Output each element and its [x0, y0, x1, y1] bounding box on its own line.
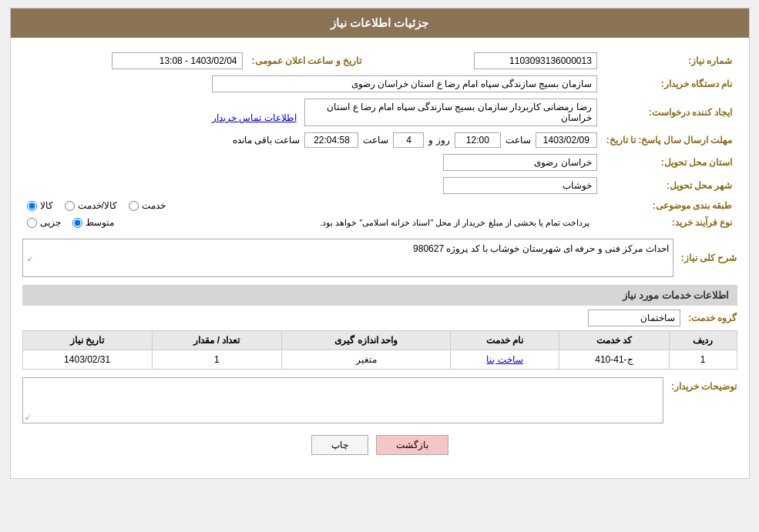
deadline-time2-field: 22:04:58	[304, 132, 358, 148]
page-header: جزئیات اطلاعات نیاز	[11, 8, 749, 38]
buyer-desc-row: توضیحات خریدار:	[22, 377, 737, 423]
deadline-days-label: روز و	[428, 135, 449, 146]
process-jozi-label: جزیی	[40, 217, 61, 228]
creator-label: ایجاد کننده درخواست:	[602, 95, 737, 129]
province-field: خراسان رضوی	[443, 154, 597, 171]
col-qty: تعداد / مقدار	[152, 331, 281, 350]
process-note: پرداخت تمام یا بخشی از مبلغ خریدار از مح…	[126, 218, 597, 228]
need-number-field: 1103093136000013	[474, 52, 597, 69]
buyer-desc-label: توضیحات خریدار:	[671, 377, 737, 392]
creator-value: رضا رمضانی کاربردار سازمان بسیج سازندگی …	[22, 95, 602, 129]
page-container: جزئیات اطلاعات نیاز شماره نیاز: 11030931…	[10, 8, 750, 479]
category-khedmat-label: خدمت	[142, 200, 166, 211]
deadline-date-field: 1403/02/09	[536, 132, 597, 148]
category-radio-kala-khedmat[interactable]: کالا/خدمت	[65, 200, 117, 211]
cell-date: 1403/02/31	[22, 350, 152, 370]
province-label: استان محل تحویل:	[602, 151, 737, 174]
buyer-desc-field	[22, 377, 664, 423]
category-kala-khedmat-label: کالا/خدمت	[78, 200, 117, 211]
deadline-row-cell: 1403/02/09 ساعت 12:00 روز و 4 ساعت 22:04…	[22, 129, 602, 151]
buyer-org-value: سازمان بسیج سازندگی سپاه امام رضا ع استا…	[22, 72, 602, 95]
need-desc-field: احداث مرکز فنی و حرفه ای شهرستان خوشاب ب…	[22, 239, 673, 277]
category-khedmat-radio[interactable]	[129, 201, 139, 211]
category-radio-khedmat[interactable]: خدمت	[129, 200, 166, 211]
col-code: کد خدمت	[559, 331, 669, 350]
category-label: طبقه بندی موضوعی:	[602, 197, 737, 214]
category-kala-khedmat-radio[interactable]	[65, 201, 75, 211]
cell-unit: متغیر	[281, 350, 450, 370]
need-number-value: 1103093136000013	[389, 49, 602, 72]
deadline-time2-label: ساعت	[363, 135, 388, 146]
deadline-days-field: 4	[393, 132, 424, 148]
need-desc-value: احداث مرکز فنی و حرفه ای شهرستان خوشاب ب…	[413, 243, 669, 254]
deadline-label: مهلت ارسال سال پاسخ: تا تاریخ:	[602, 129, 737, 151]
deadline-time-field: 12:00	[455, 132, 501, 148]
creator-field: رضا رمضانی کاربردار سازمان بسیج سازندگی …	[304, 99, 597, 126]
city-value: خوشاب	[22, 174, 602, 197]
content-area: شماره نیاز: 1103093136000013 تاریخ و ساع…	[11, 38, 749, 478]
category-options: خدمت کالا/خدمت کالا	[22, 197, 602, 214]
buyer-org-label: نام دستگاه خریدار:	[602, 72, 737, 95]
cell-qty: 1	[152, 350, 281, 370]
need-number-label: شماره نیاز:	[602, 49, 737, 72]
deadline-time-label: ساعت	[505, 135, 531, 146]
info-table: شماره نیاز: 1103093136000013 تاریخ و ساع…	[22, 49, 737, 231]
buyer-org-field: سازمان بسیج سازندگی سپاه امام رضا ع استا…	[212, 75, 597, 92]
group-value: ساختمان	[588, 309, 680, 326]
process-radio-motaset[interactable]: متوسط	[72, 217, 114, 228]
announce-field: 1403/02/04 - 13:08	[112, 52, 243, 69]
print-button[interactable]: چاپ	[311, 435, 368, 455]
buttons-row: بازگشت چاپ	[22, 435, 737, 455]
cell-name: ساخت بنا	[451, 350, 559, 370]
cell-row: 1	[669, 350, 737, 370]
back-button[interactable]: بازگشت	[376, 435, 448, 455]
process-motaset-radio[interactable]	[72, 218, 82, 228]
deadline-row: 1403/02/09 ساعت 12:00 روز و 4 ساعت 22:04…	[27, 132, 597, 148]
process-motaset-label: متوسط	[86, 217, 114, 228]
col-unit: واحد اندازه گیری	[281, 331, 450, 350]
services-section-title: اطلاعات خدمات مورد نیاز	[22, 285, 737, 306]
process-options: پرداخت تمام یا بخشی از مبلغ خریدار از مح…	[22, 214, 602, 231]
process-row: پرداخت تمام یا بخشی از مبلغ خریدار از مح…	[27, 217, 597, 228]
col-date: تاریخ نیاز	[22, 331, 152, 350]
need-desc-label: شرح کلی نیاز:	[681, 253, 737, 263]
category-radio-kala[interactable]: کالا	[27, 200, 53, 211]
announce-label: تاریخ و ساعت اعلان عمومی:	[247, 49, 366, 72]
process-jozi-radio[interactable]	[27, 218, 37, 228]
col-name: نام خدمت	[451, 331, 559, 350]
province-value: خراسان رضوی	[22, 151, 602, 174]
category-kala-label: کالا	[40, 200, 53, 211]
city-field: خوشاب	[443, 177, 597, 194]
service-name-link[interactable]: ساخت بنا	[486, 354, 522, 365]
table-row: 1 ج-41-410 ساخت بنا متغیر 1 1403/02/31	[22, 350, 737, 370]
services-table: ردیف کد خدمت نام خدمت واحد اندازه گیری ت…	[22, 330, 737, 370]
process-radio-jozi[interactable]: جزیی	[27, 217, 61, 228]
contact-link[interactable]: اطلاعات تماس خریدار	[212, 112, 297, 123]
process-label: نوع فرآیند خرید:	[602, 214, 737, 231]
group-row: گروه خدمت: ساختمان	[22, 309, 737, 326]
page-title: جزئیات اطلاعات نیاز	[331, 16, 428, 29]
group-label: گروه خدمت:	[688, 313, 737, 323]
announce-value: 1403/02/04 - 13:08	[22, 49, 247, 72]
city-label: شهر محل تحویل:	[602, 174, 737, 197]
need-desc-row: شرح کلی نیاز: احداث مرکز فنی و حرفه ای ش…	[22, 239, 737, 277]
col-row: ردیف	[669, 331, 737, 350]
deadline-remaining-label: ساعت باقی مانده	[233, 135, 301, 146]
cell-code: ج-41-410	[559, 350, 669, 370]
category-kala-radio[interactable]	[27, 201, 37, 211]
category-radio-group: خدمت کالا/خدمت کالا	[27, 200, 597, 211]
